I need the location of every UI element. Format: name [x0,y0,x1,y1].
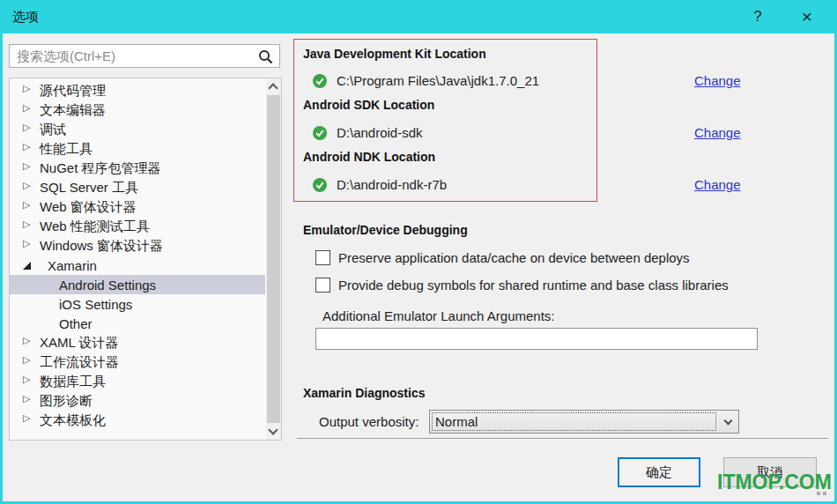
tree-item-label: Android Settings [59,278,156,293]
tree-item-label: 数据库工具 [40,374,106,390]
scroll-down-icon[interactable] [268,425,278,434]
tree-item-database-tools[interactable]: 数据库工具 [10,372,265,391]
tree-item-web-performance[interactable]: Web 性能测试工具 [10,217,265,236]
preserve-data-label: Preserve application data/cache on devic… [338,250,690,265]
tree-item-graphics-diagnostics[interactable]: 图形诊断 [10,391,265,411]
tree-item-label: 工作流设计器 [40,354,119,371]
ndk-change-link[interactable]: Change [694,177,741,192]
tree-item-label: Other [59,316,93,331]
tree-item-label: 图形诊断 [40,393,93,410]
ok-button[interactable]: 确定 [618,457,700,487]
sdk-change-link[interactable]: Change [694,125,741,140]
sdk-path-value: D:\android-sdk [337,125,423,140]
watermark-text: ITMOP.COM [717,471,832,494]
ndk-path-value: D:\android-ndk-r7b [337,177,447,192]
tree-item-label: Windows 窗体设计器 [40,238,163,255]
expander-expanded-icon[interactable] [23,262,31,270]
tree-item-workflow-designer[interactable]: 工作流设计器 [10,352,265,372]
output-verbosity-label: Output verbosity: [319,414,418,429]
tree-item-label: 性能工具 [40,141,93,158]
tree-item-label: SQL Server 工具 [40,180,138,196]
tree-item-android-settings[interactable]: Android Settings [10,275,265,294]
debug-symbols-label: Provide debug symbols for shared runtime… [338,278,729,293]
jdk-change-link[interactable]: Change [694,73,741,88]
scroll-up-icon[interactable] [268,83,278,93]
search-box [9,44,280,68]
green-check-icon [313,126,327,140]
tree-item-other[interactable]: Other [10,314,265,333]
chevron-down-icon [724,417,733,426]
tree-item-label: iOS Settings [59,297,132,312]
tree-item-label: 文本编辑器 [40,102,106,119]
tree-item-performance-tools[interactable]: 性能工具 [10,139,265,159]
tree-item-label: 文本模板化 [40,412,106,429]
tree-item-text-editor[interactable]: 文本编辑器 [10,100,265,120]
tree-item-label: Xamarin [48,258,97,273]
tree-item-sql-server[interactable]: SQL Server 工具 [10,178,265,197]
jdk-path-value: C:\Program Files\Java\jdk1.7.0_21 [337,73,539,88]
output-verbosity-value: Normal [435,411,478,433]
search-icon [258,49,273,64]
preserve-data-checkbox[interactable] [315,250,330,265]
emulator-debugging-heading: Emulator/Device Debugging [303,223,468,237]
window-title: 选项 [12,0,39,33]
tree-item-label: XAML 设计器 [40,335,118,352]
tree-scrollbar[interactable] [266,78,281,440]
tree-item-source-control[interactable]: 源代码管理 [10,81,265,100]
green-check-icon [313,74,327,88]
tree-item-xamarin[interactable]: Xamarin [10,256,265,275]
options-tree: 源代码管理 文本编辑器 调试 性能工具 NuGet 程序包管理器 SQL Ser… [9,78,282,441]
tree-item-label: NuGet 程序包管理器 [40,160,161,177]
xamarin-diagnostics-heading: Xamarin Diagnostics [303,386,426,400]
titlebar: 选项 ? × [0,0,837,33]
window-border-left [0,33,3,504]
tree-item-web-forms-designer[interactable]: Web 窗体设计器 [10,197,265,217]
tree-item-ios-settings[interactable]: iOS Settings [10,294,265,314]
debug-symbols-checkbox[interactable] [315,278,330,293]
emulator-args-label: Additional Emulator Launch Arguments: [322,308,555,323]
footer-divider [297,438,828,439]
sdk-location-heading: Android SDK Location [303,98,434,112]
ndk-location-heading: Android NDK Location [303,150,435,164]
scrollbar-thumb[interactable] [267,95,280,423]
tree-item-debugging[interactable]: 调试 [10,120,265,139]
tree-item-label: Web 性能测试工具 [40,219,150,235]
search-input[interactable] [10,45,279,67]
tree-item-nuget[interactable]: NuGet 程序包管理器 [10,159,265,178]
output-verbosity-dropdown[interactable]: Normal [429,410,739,434]
tree-item-xaml-designer[interactable]: XAML 设计器 [10,333,265,352]
ok-button-label: 确定 [646,464,672,481]
tree-item-label: 调试 [40,122,66,138]
help-button[interactable]: ? [743,0,773,33]
emulator-args-input[interactable] [315,328,758,350]
options-dialog: 选项 ? × 源代码管理 文本编辑器 调试 性能工具 NuGet 程序包管理器 … [0,0,837,504]
close-button[interactable]: × [789,0,825,33]
tree-item-windows-forms-designer[interactable]: Windows 窗体设计器 [10,236,265,256]
tree-item-label: Web 窗体设计器 [40,199,137,216]
tree-item-text-templating[interactable]: 文本模板化 [10,411,265,430]
jdk-location-heading: Java Development Kit Location [303,47,486,61]
tree-item-label: 源代码管理 [40,83,106,100]
green-check-icon [313,178,327,192]
